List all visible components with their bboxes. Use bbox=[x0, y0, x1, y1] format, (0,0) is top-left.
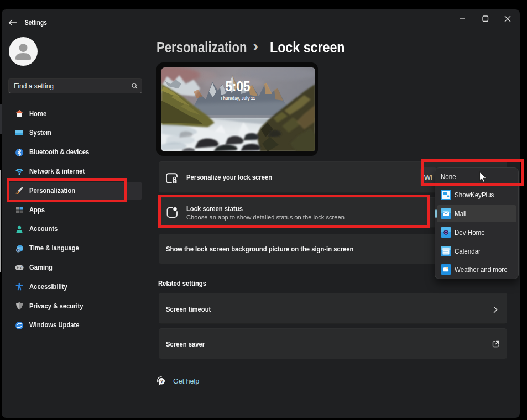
svg-text:5:05: 5:05 bbox=[226, 78, 251, 95]
svg-text:Thursday, July 11: Thursday, July 11 bbox=[221, 96, 255, 101]
svg-text:?: ? bbox=[160, 379, 163, 384]
